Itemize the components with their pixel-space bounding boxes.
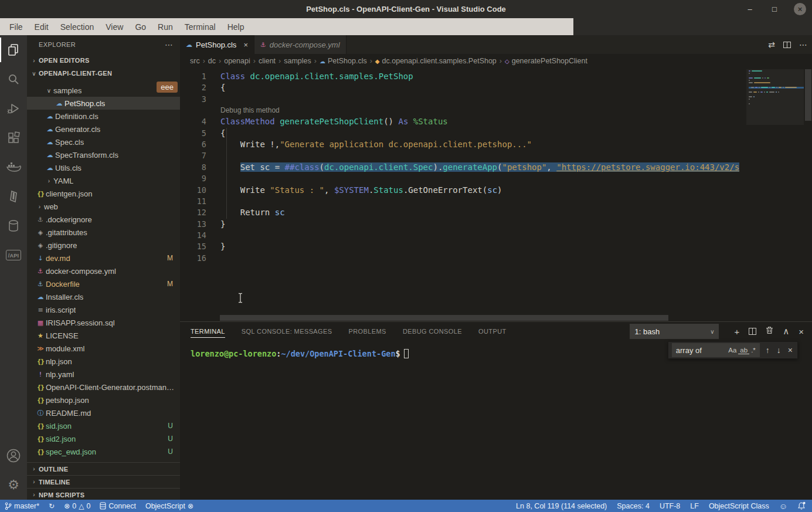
breadcrumb-item[interactable]: ☁PetShop.cls <box>320 57 367 65</box>
file-row[interactable]: ☁Utils.cls <box>27 161 180 174</box>
docker-icon[interactable] <box>0 152 27 182</box>
eol-item[interactable]: LF <box>690 502 699 510</box>
extensions-icon[interactable] <box>0 123 27 152</box>
file-row[interactable]: ☁Definition.cls <box>27 110 180 123</box>
menu-go[interactable]: Go <box>129 18 152 35</box>
file-row[interactable]: {}spec_ewd.jsonU <box>27 445 180 458</box>
find-next-icon[interactable]: ↓ <box>776 345 782 355</box>
panel-tab-problems[interactable]: PROBLEMS <box>349 322 386 341</box>
file-row[interactable]: {}OpenAPI-Client-Generator.postman… <box>27 381 180 394</box>
file-row[interactable]: {}nlp.json <box>27 355 180 368</box>
panel-tab-debug-console[interactable]: DEBUG CONSOLE <box>403 322 462 341</box>
maximize-panel-icon[interactable]: ∧ <box>783 326 789 337</box>
breadcrumb-item[interactable]: ◇generatePetShopClient <box>505 57 587 65</box>
panel-tab-terminal[interactable]: TERMINAL <box>191 322 225 341</box>
panel-tab-sql-console-messages[interactable]: SQL CONSOLE: MESSAGES <box>242 322 332 341</box>
regex-icon[interactable]: .* <box>749 347 757 354</box>
file-row[interactable]: ☁Spec.cls <box>27 135 180 148</box>
breadcrumb-item[interactable]: client <box>259 57 276 65</box>
breadcrumb-item[interactable]: dc <box>208 57 216 65</box>
find-previous-icon[interactable]: ↑ <box>765 345 771 355</box>
file-row[interactable]: ☁Installer.cls <box>27 290 180 303</box>
more-actions-icon[interactable]: ⋯ <box>799 40 807 49</box>
menu-view[interactable]: View <box>100 18 129 35</box>
objectscript-item[interactable]: ObjectScript ⊗ <box>145 502 193 510</box>
file-row[interactable]: ▦IRISAPP.session.sql <box>27 316 180 329</box>
breadcrumb-item[interactable]: ◆dc.openapi.client.samples.PetShop <box>375 57 497 65</box>
file-row[interactable]: ⚓DockerfileM <box>27 277 180 290</box>
indentation-item[interactable]: Spaces: 4 <box>617 502 650 510</box>
file-row[interactable]: ⚓docker-compose.yml <box>27 265 180 277</box>
split-terminal-icon[interactable] <box>749 328 756 335</box>
file-row[interactable]: {}petshop.json <box>27 394 180 406</box>
code-editor[interactable]: 1Class dc.openapi.client.samples.PetShop… <box>180 68 812 321</box>
server-connect-item[interactable]: Connect <box>100 502 136 510</box>
root-folder-section[interactable]: ∨ OPENAPI-CLIENT-GEN <box>27 67 180 80</box>
menu-edit[interactable]: Edit <box>29 18 55 35</box>
minimap[interactable] <box>746 69 804 108</box>
vertical-scrollbar[interactable] <box>805 69 811 121</box>
outline-section[interactable]: › OUTLINE <box>27 462 180 475</box>
tab-petshop-cls[interactable]: ☁ PetShop.cls × <box>180 35 254 54</box>
cursor-position-item[interactable]: Ln 8, Col 119 (114 selected) <box>516 502 607 510</box>
npm-scripts-section[interactable]: › NPM SCRIPTS <box>27 488 180 500</box>
file-row[interactable]: ☁SpecTransform.cls <box>27 148 180 161</box>
open-changes-icon[interactable]: ⇄ <box>768 40 775 49</box>
explorer-icon[interactable] <box>0 35 27 65</box>
database-icon[interactable] <box>0 211 27 240</box>
git-branch-item[interactable]: master* <box>5 502 39 510</box>
menu-selection[interactable]: Selection <box>55 18 100 35</box>
open-editors-section[interactable]: › OPEN EDITORS <box>27 54 180 67</box>
file-row[interactable]: ›YAML <box>27 174 180 187</box>
manage-gear-icon[interactable]: ⚙ <box>0 470 27 500</box>
new-terminal-icon[interactable]: + <box>734 327 739 337</box>
panel-tab-output[interactable]: OUTPUT <box>478 322 507 341</box>
file-row[interactable]: ★LICENSE <box>27 329 180 342</box>
maximize-button[interactable]: □ <box>769 5 780 13</box>
menu-run[interactable]: Run <box>152 18 179 35</box>
file-row[interactable]: {}sid2.jsonU <box>27 432 180 445</box>
file-row[interactable]: ≫module.xml <box>27 342 180 355</box>
file-row[interactable]: ☁Generator.cls <box>27 123 180 135</box>
file-row[interactable]: ◈.gitignore <box>27 239 180 252</box>
file-row[interactable]: !nlp.yaml <box>27 368 180 381</box>
tab-docker-compose[interactable]: ⚓ docker-compose.yml <box>254 35 346 54</box>
find-close-icon[interactable]: × <box>787 345 794 355</box>
problems-item[interactable]: ⊗ 0 △ 0 <box>64 502 90 510</box>
close-panel-icon[interactable]: × <box>799 327 804 337</box>
file-row[interactable]: ◈.gitattributes <box>27 226 180 239</box>
match-case-icon[interactable]: Aa <box>726 347 738 354</box>
menu-terminal[interactable]: Terminal <box>179 18 222 35</box>
menu-file[interactable]: File <box>4 18 29 35</box>
timeline-section[interactable]: › TIMELINE <box>27 475 180 488</box>
sync-item[interactable]: ↻ <box>49 502 55 510</box>
split-editor-icon[interactable] <box>783 42 791 48</box>
breadcrumb-item[interactable]: samples <box>284 57 311 65</box>
minimize-button[interactable]: – <box>745 5 755 13</box>
feedback-item[interactable]: ☺ <box>779 501 787 511</box>
file-row[interactable]: ⚓.dockerignore <box>27 213 180 226</box>
notifications-item[interactable] <box>797 501 806 510</box>
encoding-item[interactable]: UTF-8 <box>660 502 680 510</box>
terminal-shell-select[interactable]: 1: bash ∨ <box>630 324 719 339</box>
run-and-debug-icon[interactable] <box>0 94 27 123</box>
file-row[interactable]: ☁PetShop.cls <box>27 97 180 110</box>
close-button[interactable]: × <box>794 3 806 15</box>
codelens-debug-link[interactable]: Debug this method <box>180 105 812 116</box>
search-icon[interactable] <box>0 65 27 94</box>
views-more-icon[interactable]: ⋯ <box>165 40 173 49</box>
find-input[interactable]: array of Aa ab .* <box>672 343 760 357</box>
file-row[interactable]: ↓dev.mdM <box>27 252 180 265</box>
menu-help[interactable]: Help <box>222 18 250 35</box>
file-row[interactable]: ⓘREADME.md <box>27 406 180 419</box>
file-row[interactable]: ›web <box>27 200 180 213</box>
file-row[interactable]: {}clientgen.json <box>27 187 180 200</box>
objectscript-icon[interactable] <box>0 182 27 211</box>
whole-word-icon[interactable]: ab <box>738 347 749 354</box>
language-mode-item[interactable]: ObjectScript Class <box>709 502 769 510</box>
breadcrumb-item[interactable]: openapi <box>224 57 250 65</box>
kill-terminal-icon[interactable] <box>766 326 773 337</box>
breadcrumb-item[interactable]: src <box>190 57 200 65</box>
file-row[interactable]: ∨sampleseee <box>27 84 180 97</box>
accounts-icon[interactable] <box>0 441 27 470</box>
